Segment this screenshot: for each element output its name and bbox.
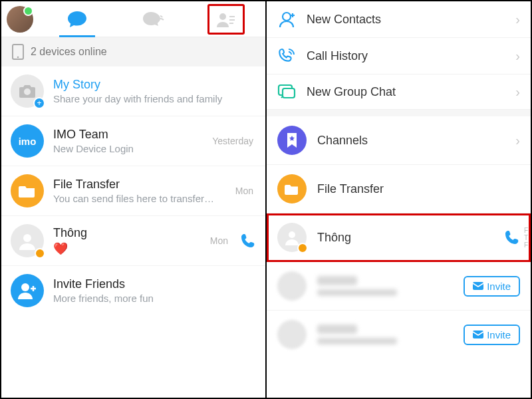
app-frame: 2 devices online + My Story Share your d… <box>0 0 532 399</box>
call-icon[interactable] <box>504 229 520 245</box>
add-person-icon <box>17 282 37 299</box>
devices-online-bar[interactable]: 2 devices online <box>1 37 265 66</box>
contacts-pane: New Contacts › Call History › New Group … <box>267 1 531 398</box>
chevron-right-icon: › <box>515 133 520 148</box>
my-story-sub: Share your day with friends and family <box>53 93 256 104</box>
call-history-label: Call History <box>307 49 505 63</box>
bookmark-star-icon <box>286 133 298 148</box>
invite-button-label: Invite <box>487 281 511 292</box>
svg-point-5 <box>17 57 19 59</box>
channels-avatar <box>277 126 307 155</box>
svg-rect-14 <box>473 331 483 338</box>
invite-button-label: Invite <box>487 329 511 340</box>
imo-team-time: Yesterday <box>212 136 253 146</box>
contacts-icon <box>217 11 235 27</box>
thong-row[interactable]: Thông ❤️ Mon <box>1 216 265 266</box>
camera-icon <box>19 84 36 98</box>
blurred-text <box>317 276 453 296</box>
mail-icon <box>473 282 483 290</box>
tab-contacts[interactable] <box>207 4 245 35</box>
chevron-right-icon: › <box>515 12 520 27</box>
person-icon <box>18 231 37 250</box>
svg-rect-2 <box>229 19 235 21</box>
my-story-text: My Story Share your day with friends and… <box>53 78 256 104</box>
imo-team-avatar: imo <box>11 124 44 158</box>
clock-badge <box>297 243 308 253</box>
add-contact-icon <box>277 11 296 28</box>
plus-badge: + <box>33 97 45 109</box>
new-contacts-label: New Contacts <box>307 13 505 27</box>
tab-chats[interactable] <box>54 3 100 36</box>
file-transfer-avatar <box>11 174 44 207</box>
group-chat-icon <box>277 84 296 100</box>
channels-label: Channels <box>317 134 505 148</box>
invite-button[interactable]: Invite <box>464 276 520 297</box>
folder-icon <box>19 184 36 198</box>
blurred-contact-row-1[interactable]: Invite <box>267 262 531 311</box>
svg-point-8 <box>21 283 29 291</box>
camera-icon-circle: + <box>11 74 44 108</box>
alpha-scroll-hint[interactable]: F T F <box>524 227 528 249</box>
invite-avatar <box>11 274 44 307</box>
new-group-chat-label: New Group Chat <box>307 85 505 99</box>
svg-point-12 <box>289 231 295 238</box>
file-transfer-sub: You can send files here to transfer… <box>53 193 226 204</box>
blurred-contact-row-2[interactable]: Invite <box>267 311 531 358</box>
my-story-title: My Story <box>53 78 256 92</box>
svg-rect-13 <box>473 282 483 290</box>
top-tabs <box>39 3 260 36</box>
file-transfer-text: File Transfer You can send files here to… <box>53 178 226 204</box>
thong-avatar <box>11 224 44 257</box>
channels-row[interactable]: Channels › <box>267 116 531 165</box>
invite-sub: More friends, more fun <box>53 293 256 304</box>
file-transfer-row[interactable]: File Transfer You can send files here to… <box>1 166 265 216</box>
call-history-icon <box>277 47 296 65</box>
left-header <box>1 1 265 37</box>
right-file-transfer-row[interactable]: File Transfer <box>267 165 531 213</box>
call-history-row[interactable]: Call History › <box>267 38 531 74</box>
svg-point-9 <box>283 13 291 21</box>
chat-bubble-icon <box>67 10 87 29</box>
section-divider <box>267 110 531 116</box>
right-thong-row[interactable]: Thông F T F <box>267 213 531 262</box>
svg-point-7 <box>23 234 31 242</box>
imo-badge-text: imo <box>19 136 37 147</box>
chevron-right-icon: › <box>515 84 520 100</box>
person-icon <box>284 229 300 245</box>
file-transfer-time: Mon <box>235 186 253 196</box>
blurred-avatar <box>277 320 307 349</box>
right-thong-avatar <box>277 223 307 252</box>
clock-badge <box>35 248 45 259</box>
blurred-text <box>317 325 453 344</box>
thong-title: Thông <box>53 226 201 240</box>
profile-avatar[interactable] <box>7 6 33 33</box>
svg-point-0 <box>219 13 226 20</box>
thong-text: Thông ❤️ <box>53 226 201 256</box>
chats-pane: 2 devices online + My Story Share your d… <box>1 1 267 398</box>
device-icon <box>12 44 24 60</box>
blurred-avatar <box>277 271 307 301</box>
imo-team-sub: New Device Login <box>53 143 203 154</box>
tab-explore[interactable] <box>130 3 177 36</box>
call-icon[interactable] <box>240 233 256 249</box>
my-story-row[interactable]: + My Story Share your day with friends a… <box>1 66 265 116</box>
right-thong-label: Thông <box>317 231 493 245</box>
explore-icon <box>142 10 165 29</box>
svg-rect-11 <box>283 88 295 98</box>
thong-time: Mon <box>210 235 228 246</box>
right-file-transfer-label: File Transfer <box>317 182 520 196</box>
new-group-chat-row[interactable]: New Group Chat › <box>267 74 531 110</box>
invite-button[interactable]: Invite <box>464 325 520 345</box>
thong-heart: ❤️ <box>53 241 201 256</box>
new-contacts-row[interactable]: New Contacts › <box>267 1 531 38</box>
invite-title: Invite Friends <box>53 277 256 291</box>
right-file-transfer-avatar <box>277 174 307 203</box>
imo-team-text: IMO Team New Device Login <box>53 128 203 154</box>
invite-text: Invite Friends More friends, more fun <box>53 277 256 304</box>
svg-point-6 <box>24 88 31 95</box>
file-transfer-title: File Transfer <box>53 178 226 192</box>
invite-friends-row[interactable]: Invite Friends More friends, more fun <box>1 266 265 315</box>
mail-icon <box>473 331 483 338</box>
devices-online-text: 2 devices online <box>31 46 107 58</box>
imo-team-row[interactable]: imo IMO Team New Device Login Yesterday <box>1 116 265 166</box>
